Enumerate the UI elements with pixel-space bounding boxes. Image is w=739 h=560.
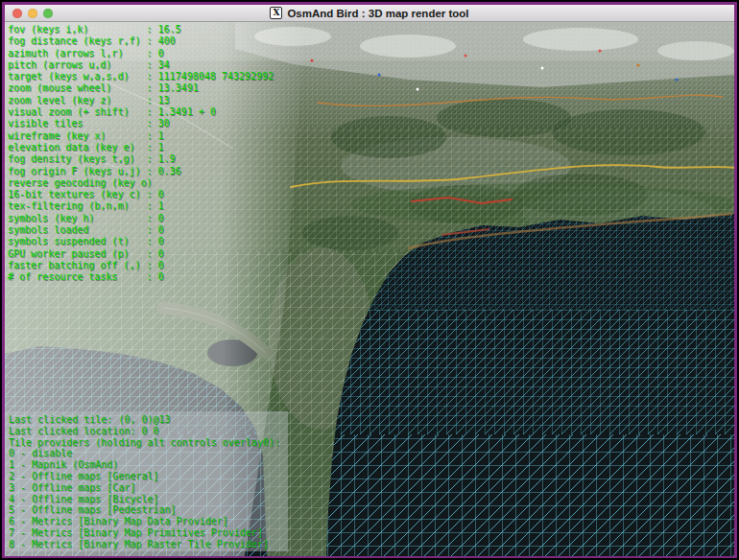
debug-hud-line: tex-filtering (b,n,m) : 1 (8, 200, 274, 212)
app-window: X OsmAnd Bird : 3D map render tool (2, 2, 737, 558)
status-panel-line: Last clicked tile: (0, 0)@13 (9, 414, 288, 426)
close-button[interactable] (12, 9, 22, 18)
debug-hud-line: symbols loaded : 0 (8, 224, 274, 236)
window-title: OsmAnd Bird : 3D map render tool (287, 8, 468, 19)
status-panel-line: Last clicked location: 0 0 (9, 426, 288, 437)
debug-hud-line: visible tiles : 30 (8, 118, 274, 129)
status-panel-line: 1 - Mapnik (OsmAnd) (9, 459, 288, 471)
minimize-button[interactable] (28, 9, 37, 18)
status-panel-line: 0 - disable (9, 448, 288, 459)
debug-hud-line: fog distance (keys r,f) : 400 (8, 35, 274, 47)
debug-hud-line: 16-bit textures (key c) : 0 (8, 189, 274, 200)
debug-hud-line: symbols (key h) : 0 (8, 213, 274, 224)
window-title-group: X OsmAnd Bird : 3D map render tool (5, 5, 734, 21)
maximize-button[interactable] (43, 9, 53, 18)
debug-hud-line: target (keys w,a,s,d) : 1117498048 74329… (8, 71, 274, 82)
debug-hud-line: fov (keys i,k) : 16.5 (8, 24, 274, 35)
debug-hud-line: pitch (arrows u,d) : 34 (8, 59, 274, 71)
debug-hud-line: symbols suspended (t) : 0 (8, 236, 274, 247)
debug-hud: fov (keys i,k) : 16.5fog distance (keys … (8, 24, 274, 284)
status-panel-line: 4 - Offline maps [Bicycle] (9, 494, 288, 505)
status-panel-line: 7 - Metrics [Binary Map Primitives Provi… (9, 527, 288, 539)
status-panel-line: 5 - Offline maps [Pedestrian] (9, 504, 288, 516)
map-canvas[interactable]: fov (keys i,k) : 16.5fog distance (keys … (5, 22, 734, 556)
status-panel-line: 8 - Metrics [Binary Map Raster Tile Prov… (9, 539, 288, 550)
debug-hud-line: visual zoom (+ shift) : 1.3491 + 0 (8, 106, 274, 118)
debug-hud-line: # of resource tasks : 0 (8, 271, 274, 283)
status-panel-line: Tile providers (holding alt controls ove… (9, 437, 288, 449)
status-panel: Last clicked tile: (0, 0)@13Last clicked… (5, 411, 288, 551)
debug-hud-line: zoom level (key z) : 13 (8, 95, 274, 106)
debug-hud-line: zoom (mouse wheel) : 13.3491 (8, 82, 274, 94)
debug-hud-line: wireframe (key x) : 1 (8, 130, 274, 142)
debug-hud-line: elevation data (key e) : 1 (8, 142, 274, 153)
status-panel-line: 2 - Offline maps [General] (9, 471, 288, 482)
screenshot-root: { "window": { "title": "OsmAnd Bird : 3D… (0, 0, 739, 560)
status-panel-line: 6 - Metrics [Binary Map Data Provider] (9, 516, 288, 527)
debug-hud-line: fog origin F (keys u,j) : 0.36 (8, 166, 274, 177)
debug-hud-line: azimuth (arrows l,r) : 0 (8, 48, 274, 59)
traffic-lights (12, 9, 53, 18)
status-panel-line: 3 - Offline maps [Car] (9, 482, 288, 494)
debug-hud-line: reverse geocoding (key o) (8, 177, 274, 189)
window-titlebar: X OsmAnd Bird : 3D map render tool (5, 5, 734, 22)
x11-app-icon: X (270, 7, 282, 19)
debug-hud-line: fog density (keys t,g) : 1.9 (8, 153, 274, 165)
debug-hud-line: faster batching off (,) : 0 (8, 260, 274, 271)
debug-hud-line: GPU worker paused (p) : 0 (8, 248, 274, 260)
